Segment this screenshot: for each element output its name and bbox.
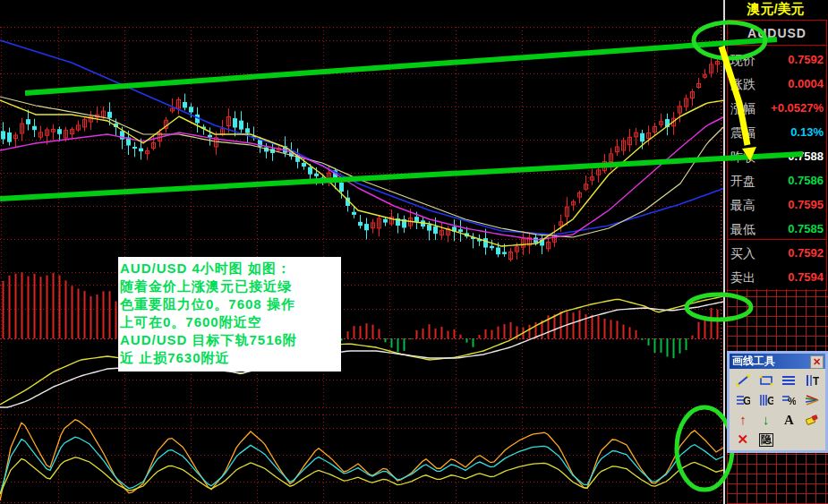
hide-glyph: 隐: [759, 433, 773, 447]
palette-title-bar[interactable]: 画线工具 ✕: [730, 354, 825, 369]
quote-panel: AUDUSD 现价 0.7592 涨跌 0.0004 涨幅 +0.0527% 震…: [727, 20, 827, 291]
symbol-code: AUDUSD: [728, 26, 826, 46]
quote-row: 最高 0.7595: [728, 192, 826, 217]
quote-row: 开盘 0.7586: [728, 168, 826, 192]
bid-ask-box: 买入 0.7592 卖出 0.7594: [727, 239, 827, 291]
bid-value: 0.7592: [788, 246, 824, 260]
prev-close-label: 昨收: [730, 149, 755, 166]
high-value: 0.7595: [788, 198, 824, 211]
note-line: 色重要阻力位0。7608 操作: [120, 295, 339, 313]
price-chart-canvas[interactable]: [0, 0, 725, 504]
svg-text:T: T: [813, 375, 819, 387]
palette-tools: T G G % ↑ ↓ A ✕ 隐: [730, 369, 825, 451]
symbol-title: 澳元/美元: [725, 1, 826, 18]
parallel-lines-tool[interactable]: [778, 372, 801, 389]
quote-row: 最低 0.7585: [728, 217, 826, 241]
arrow-down-tool[interactable]: ↓: [755, 411, 778, 429]
note-line: 随着金价上涨澳元已接近绿: [120, 278, 339, 295]
percent-lines-tool[interactable]: %: [778, 391, 801, 409]
last-price-label: 现价: [730, 53, 755, 69]
delete-tool[interactable]: ✕: [731, 431, 755, 448]
quote-row: 现价 0.7592: [728, 47, 826, 72]
svg-text:G: G: [743, 395, 750, 406]
low-value: 0.7585: [788, 222, 824, 235]
drawing-tools-palette: 画线工具 ✕ T G G %: [727, 351, 828, 453]
high-label: 最高: [730, 198, 755, 214]
golden-section-h-tool[interactable]: G: [731, 391, 755, 409]
eraser-tool[interactable]: [800, 411, 824, 429]
fan-lines-tool[interactable]: [800, 391, 824, 409]
trend-line-tool[interactable]: [731, 372, 755, 389]
change-value: 0.0004: [788, 77, 824, 90]
change-pct-value: +0.0527%: [771, 101, 824, 115]
bid-label: 买入: [730, 246, 755, 262]
svg-text:G: G: [767, 395, 773, 406]
ask-value: 0.7594: [788, 270, 824, 284]
note-line: AUD/USD 目标下轨7516附: [120, 331, 339, 349]
rectangle-tool[interactable]: [755, 372, 778, 389]
bid-row: 买入 0.7592: [728, 241, 826, 265]
hide-tool[interactable]: 隐: [755, 431, 778, 448]
low-label: 最低: [730, 222, 755, 238]
open-value: 0.7586: [788, 174, 824, 187]
quote-row: 涨跌 0.0004: [728, 72, 826, 96]
quote-row: 震幅 0.13%: [728, 120, 826, 144]
open-label: 开盘: [730, 174, 755, 190]
amplitude-label: 震幅: [730, 125, 755, 141]
last-price-value: 0.7592: [788, 53, 824, 66]
change-label: 涨跌: [730, 77, 755, 93]
trading-app-window: D RSI 开盘 0.7513 最高 0.7529 最低 0.7502 收盘 0…: [0, 0, 828, 504]
close-icon[interactable]: ✕: [810, 355, 824, 369]
golden-section-v-tool[interactable]: G: [755, 391, 778, 409]
text-tool[interactable]: A: [778, 411, 801, 429]
note-line: 上可在0。7600附近空: [120, 313, 339, 331]
note-line: AUD/USD 4小时图 如图：: [120, 260, 339, 278]
quote-row: 昨收 0.7588: [728, 144, 826, 168]
svg-text:%: %: [788, 396, 796, 406]
quote-row: 涨幅 +0.0527%: [728, 96, 826, 120]
note-line: 近 止损7630附近: [120, 349, 339, 367]
prev-close-value: 0.7588: [788, 149, 824, 163]
arrow-up-tool[interactable]: ↑: [731, 411, 755, 429]
palette-title: 画线工具: [732, 355, 775, 367]
vertical-text-tool[interactable]: T: [800, 372, 824, 389]
amplitude-value: 0.13%: [790, 125, 824, 139]
change-pct-label: 涨幅: [730, 101, 755, 117]
ask-row: 卖出 0.7594: [728, 265, 826, 289]
analysis-note: AUD/USD 4小时图 如图： 随着金价上涨澳元已接近绿 色重要阻力位0。76…: [118, 257, 341, 372]
ask-label: 卖出: [730, 270, 755, 286]
